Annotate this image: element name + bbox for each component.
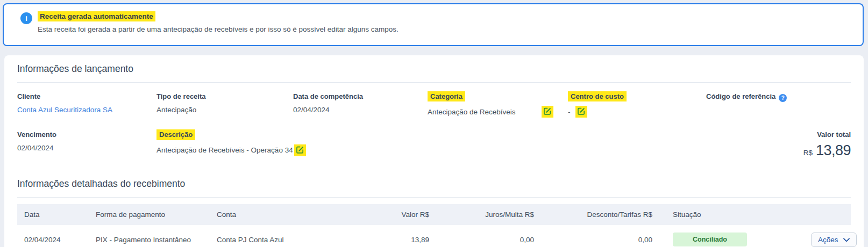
banner-text: Receita gerada automaticamente Esta rece… [38,11,399,33]
field-label-valor-total: Valor total [817,130,851,139]
field-vencimento: Vencimento 02/04/2024 [17,129,156,159]
field-valor-total: Valor total R$ 13,89 [706,129,851,159]
col-header-valor: Valor R$ [351,210,429,219]
col-header-desconto-tarifas: Desconto/Tarifas R$ [534,210,652,219]
field-value-data-competencia: 02/04/2024 [293,105,428,115]
col-header-situacao: Situação [652,210,811,219]
field-value-descricao: Antecipação de Recebíveis - Operação 34 [156,146,293,155]
edit-descricao-button[interactable] [294,144,306,156]
field-categoria: Categoria Antecipação de Recebíveis [428,91,568,118]
cell-desconto-tarifas: 0,00 [534,236,652,244]
col-header-juros-multa: Juros/Multa R$ [429,210,534,219]
field-descricao: Descrição Antecipação de Recebíveis - Op… [156,129,706,159]
divider [17,197,851,198]
help-icon[interactable]: ? [779,94,787,102]
field-cliente: Cliente Conta Azul Securitizadora SA [17,91,156,118]
field-codigo-referencia: Código de referência? [706,91,851,118]
cell-forma-pagamento: PIX - Pagamento Instantâneo [96,236,217,244]
field-tipo-receita: Tipo de receita Antecipação [156,91,293,118]
col-header-forma-pagamento: Forma de pagamento [96,210,217,219]
cliente-link[interactable]: Conta Azul Securitizadora SA [17,105,112,115]
field-value-centro-custo: - [568,107,571,117]
table-header-row: Data Forma de pagamento Conta Valor R$ J… [17,204,851,225]
valor-total-currency: R$ [803,149,813,157]
cell-data: 02/04/2024 [17,236,96,244]
col-header-conta: Conta [217,210,351,219]
edit-pencil-icon [577,107,586,117]
fields-row-2: Vencimento 02/04/2024 Descrição Antecipa… [17,129,851,159]
edit-pencil-icon [296,146,304,156]
info-icon: i [20,12,32,24]
banner-title: Receita gerada automaticamente [38,11,155,21]
field-label-centro-custo: Centro de custo [568,91,627,102]
field-label-data-competencia: Data de competência [293,92,363,101]
divider [17,82,851,83]
edit-categoria-button[interactable] [542,106,553,118]
field-label-cliente: Cliente [17,92,40,101]
field-label-tipo-receita: Tipo de receita [156,92,206,101]
field-value-tipo-receita: Antecipação [156,105,293,115]
status-badge: Conciliado [673,233,747,246]
recebimento-table: Data Forma de pagamento Conta Valor R$ J… [17,204,851,247]
cell-valor: 13,89 [351,236,429,244]
edit-centro-custo-button[interactable] [575,106,587,118]
field-value-vencimento: 02/04/2024 [17,143,156,153]
table-row: 02/04/2024 PIX - Pagamento Instantâneo C… [17,225,851,247]
page: i Receita gerada automaticamente Esta re… [0,0,868,247]
field-label-codigo-referencia: Código de referência [706,92,775,101]
valor-total-amount: 13,89 [816,142,851,159]
cell-conta: Conta PJ Conta Azul [217,236,351,244]
banner-description: Esta receita foi gerada a partir de uma … [38,25,399,33]
col-header-data: Data [17,210,96,219]
acoes-button[interactable]: Ações [811,233,857,247]
field-value-categoria: Antecipação de Recebíveis [428,107,516,117]
acoes-button-label: Ações [818,236,838,244]
revenue-details-card: Informações de lançamento Cliente Conta … [4,55,864,247]
field-centro-custo: Centro de custo - [568,91,706,118]
edit-pencil-icon [543,107,552,117]
fields-row-1: Cliente Conta Azul Securitizadora SA Tip… [17,91,851,118]
field-label-categoria: Categoria [428,91,465,102]
field-data-competencia: Data de competência 02/04/2024 [293,91,428,118]
chevron-down-icon [843,236,850,244]
cell-juros-multa: 0,00 [429,236,534,244]
section-title-recebimento: Informações detalhadas do recebimento [17,159,851,190]
field-label-descricao: Descrição [156,129,195,140]
auto-generated-revenue-banner: i Receita gerada automaticamente Esta re… [3,3,864,46]
section-title-lancamento: Informações de lançamento [17,55,851,75]
field-label-vencimento: Vencimento [17,130,56,139]
